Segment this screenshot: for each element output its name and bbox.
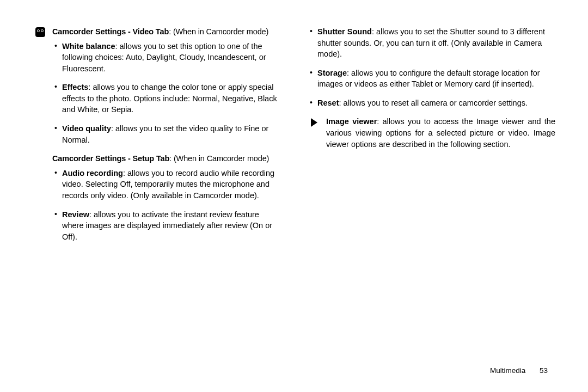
- list-item: Audio recording: allows you to record au…: [62, 168, 281, 201]
- page-footer: Multimedia 53: [490, 365, 548, 376]
- list-item: Effects: allows you to change the color …: [62, 82, 281, 115]
- icon-cell: [308, 116, 321, 127]
- heading-bold: Camcorder Settings - Video Tab: [52, 27, 169, 36]
- footer-page-number: 53: [540, 366, 548, 375]
- list-item: Video quality: allows you to set the vid…: [62, 123, 281, 145]
- icon-cell: [34, 26, 47, 37]
- footer-section: Multimedia: [490, 366, 525, 375]
- setup-tab-list: Audio recording: allows you to record au…: [52, 168, 281, 242]
- camcorder-icon: [35, 27, 45, 37]
- item-bold: Reset: [317, 99, 339, 107]
- setup-tab-heading: Camcorder Settings - Setup Tab: (When in…: [52, 153, 281, 164]
- item-bold: Effects: [62, 83, 88, 91]
- section-image-viewer: Image viewer: allows you to access the I…: [308, 116, 555, 150]
- item-rest: : allows you to configure the default st…: [317, 69, 540, 89]
- list-item: Review: allows you to activate the insta…: [62, 209, 281, 243]
- list-item: White balance: allows you to set this op…: [62, 41, 281, 75]
- item-bold: White balance: [62, 42, 115, 51]
- item-rest: : allows you to change the color tone or…: [62, 83, 277, 114]
- list-item: Storage: allows you to configure the def…: [317, 68, 555, 90]
- heading-rest: : (When in Camcorder mode): [169, 154, 269, 163]
- page: Camcorder Settings - Video Tab: (When in…: [0, 0, 588, 392]
- left-column: Camcorder Settings - Video Tab: (When in…: [34, 26, 281, 376]
- play-icon: [311, 118, 317, 127]
- heading-rest: : (When in Camcorder mode): [169, 27, 268, 36]
- list-item: Reset: allows you to reset all camera or…: [317, 97, 555, 109]
- section-video-tab: Camcorder Settings - Video Tab: (When in…: [34, 26, 281, 250]
- image-viewer-body: Image viewer: allows you to access the I…: [321, 116, 555, 150]
- item-bold: Audio recording: [62, 169, 123, 177]
- video-tab-heading: Camcorder Settings - Video Tab: (When in…: [52, 26, 281, 38]
- video-tab-list: White balance: allows you to set this op…: [52, 41, 281, 146]
- item-bold: Shutter Sound: [317, 27, 372, 36]
- section-body: Camcorder Settings - Video Tab: (When in…: [47, 26, 281, 250]
- item-rest: : allows you to activate the instant rev…: [62, 210, 272, 241]
- list-item: Shutter Sound: allows you to set the Shu…: [317, 26, 555, 60]
- image-viewer-text: Image viewer: allows you to access the I…: [326, 116, 555, 150]
- right-cont-list: Shutter Sound: allows you to set the Shu…: [308, 26, 555, 108]
- item-bold: Image viewer: [326, 117, 377, 126]
- heading-bold: Camcorder Settings - Setup Tab: [52, 154, 169, 163]
- item-rest: : allows you to reset all camera or camc…: [339, 99, 528, 107]
- right-column: Shutter Sound: allows you to set the Shu…: [308, 26, 555, 376]
- item-bold: Review: [62, 210, 89, 219]
- item-bold: Video quality: [62, 124, 111, 133]
- item-bold: Storage: [317, 69, 347, 77]
